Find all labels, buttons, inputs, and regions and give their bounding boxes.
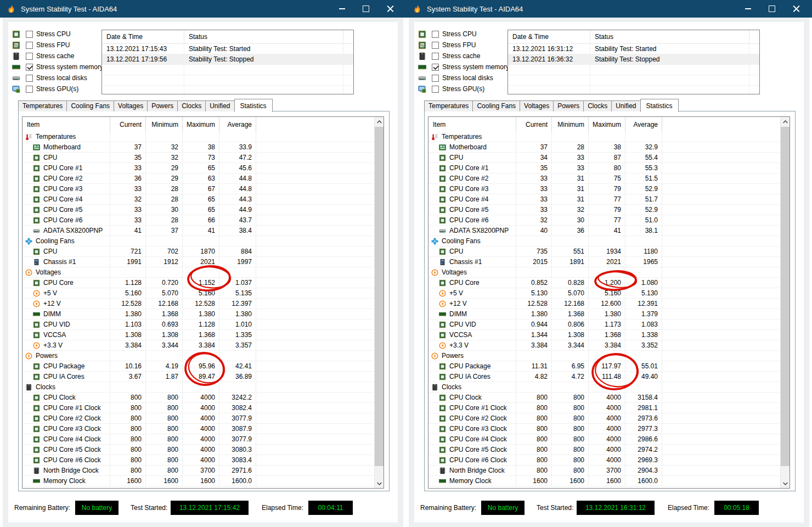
stats-group-row[interactable]: Powers	[22, 351, 374, 361]
stats-header-average[interactable]: Average	[625, 117, 662, 132]
scroll-up-button[interactable]	[375, 117, 384, 126]
stats-row[interactable]: DIMM 1.3801.3681.3801.379	[428, 309, 780, 319]
stats-row[interactable]: North Bridge Clock 80080037002904.3	[428, 466, 780, 476]
stress-option-stress-local-disks[interactable]: Stress local disks	[418, 72, 506, 83]
stats-row[interactable]: CPU Package 11.316.95117.9755.01	[428, 361, 780, 372]
close-button[interactable]	[788, 3, 804, 15]
log-header-datetime[interactable]: Date & Time	[508, 30, 590, 43]
stats-row[interactable]: CPU Core #6 Clock 80080040003083.4	[22, 455, 374, 466]
stats-group-row[interactable]: Cooling Fans	[428, 236, 780, 246]
stress-option-stress-fpu[interactable]: % Stress FPU	[418, 40, 506, 51]
minimize-button[interactable]	[334, 3, 350, 15]
stats-header-item[interactable]: Item	[428, 117, 516, 132]
log-header-status[interactable]: Status	[184, 30, 343, 43]
stats-row[interactable]: CPU Core #6 Clock 80080040002969.3	[428, 455, 780, 466]
stats-row[interactable]: Motherboard 37283832.9	[428, 142, 780, 153]
stats-row[interactable]: CPU Core #5 33327952.9	[428, 205, 780, 215]
tab-cooling-fans[interactable]: Cooling Fans	[472, 100, 520, 111]
stats-row[interactable]: CPU Core #6 32307751.0	[428, 215, 780, 226]
stats-row[interactable]: CPU Core #4 Clock 80080040003077.9	[22, 434, 374, 445]
tab-unified[interactable]: Unified	[611, 100, 640, 111]
stats-row[interactable]: North Bridge Clock 80080037002971.6	[22, 466, 374, 476]
stress-option-stress-cache[interactable]: Stress cache	[12, 51, 100, 61]
stats-row[interactable]: CPU Core #2 Clock 80080040003077.9	[22, 413, 374, 424]
minimize-button[interactable]	[740, 3, 756, 15]
stats-row[interactable]: Memory Clock 1600160016001600.0	[428, 476, 780, 486]
tab-voltages[interactable]: Voltages	[520, 100, 554, 111]
log-row[interactable]: 13.12.2021 16:36:32 Stability Test: Stop…	[508, 54, 759, 65]
tab-temperatures[interactable]: Temperatures	[18, 100, 67, 111]
stats-group-row[interactable]: Voltages	[22, 267, 374, 278]
stats-header-current[interactable]: Current	[516, 117, 552, 132]
log-row[interactable]: 13.12.2021 17:19:56 Stability Test: Stop…	[102, 54, 353, 65]
stats-row[interactable]: CPU Core #2 36296344.8	[22, 173, 374, 184]
stats-row[interactable]: CPU 35327347.2	[22, 153, 374, 163]
stress-option-stress-cpu[interactable]: Stress CPU	[12, 29, 100, 40]
stress-option-stress-cpu[interactable]: Stress CPU	[418, 29, 506, 40]
stats-group-row[interactable]: Cooling Fans	[22, 236, 374, 246]
stress-option-stress-fpu[interactable]: % Stress FPU	[12, 40, 100, 51]
vertical-scrollbar[interactable]	[780, 117, 790, 488]
stats-row[interactable]: ADATA SX8200PNP 41374138.4	[22, 226, 374, 236]
checkbox[interactable]	[432, 31, 439, 38]
stats-header-average[interactable]: Average	[219, 117, 256, 132]
stats-row[interactable]: Motherboard 37323833.9	[22, 142, 374, 153]
checkbox[interactable]	[26, 31, 33, 38]
stats-row[interactable]: CPU Core #4 32286544.3	[22, 194, 374, 205]
stats-row[interactable]: Chassis #1 2015189120211965	[428, 257, 780, 267]
stats-row[interactable]: CPU Core #1 33296545.6	[22, 163, 374, 173]
stats-row[interactable]: CPU Core #5 Clock 80080040002974.2	[428, 445, 780, 455]
stats-row[interactable]: +12 V 12.52812.16812.52812.397	[22, 299, 374, 309]
stress-option-stress-system-memory[interactable]: Stress system memory	[418, 61, 506, 72]
stats-row[interactable]: VCCSA 1.3441.3081.3681.338	[428, 330, 780, 340]
stats-row[interactable]: CPU Core #3 Clock 80080040003087.9	[22, 424, 374, 434]
stats-row[interactable]: CPU Core #4 33317751.7	[428, 194, 780, 205]
tab-unified[interactable]: Unified	[205, 100, 234, 111]
close-button[interactable]	[382, 3, 398, 15]
stats-group-row[interactable]: Temperatures	[22, 132, 374, 142]
tab-temperatures[interactable]: Temperatures	[424, 100, 473, 111]
stats-row[interactable]: CPU VID 0.9440.8061.1731.083	[428, 319, 780, 330]
stats-group-row[interactable]: Clocks	[428, 382, 780, 393]
stress-option-stress-cache[interactable]: Stress cache	[418, 51, 506, 61]
tab-clocks[interactable]: Clocks	[583, 100, 612, 111]
stress-option-stress-gpu-s[interactable]: Stress GPU(s)	[12, 83, 100, 94]
stats-row[interactable]: CPU Core #5 Clock 80080040003080.3	[22, 445, 374, 455]
checkbox[interactable]	[26, 86, 33, 93]
stats-header-minimum[interactable]: Minimum	[146, 117, 183, 132]
stats-row[interactable]: CPU VID 1.1030.6931.1281.010	[22, 319, 374, 330]
stats-row[interactable]: CPU Clock 80080040003242.2	[22, 393, 374, 403]
stats-row[interactable]: ADATA SX8200PNP 40364138.1	[428, 226, 780, 236]
scrollbar-thumb[interactable]	[781, 127, 790, 466]
stats-row[interactable]: CPU Core #1 35338055.3	[428, 163, 780, 173]
scroll-up-button[interactable]	[781, 117, 790, 126]
stats-header-maximum[interactable]: Maximum	[183, 117, 219, 132]
stats-header-maximum[interactable]: Maximum	[589, 117, 625, 132]
stats-row[interactable]: CPU Core #6 33286643.7	[22, 215, 374, 226]
stats-row[interactable]: Memory Clock 1600160016001600.0	[22, 476, 374, 486]
tab-clocks[interactable]: Clocks	[177, 100, 206, 111]
stats-row[interactable]: DIMM 1.3801.3681.3801.380	[22, 309, 374, 319]
stats-header-item[interactable]: Item	[22, 117, 110, 132]
tab-cooling-fans[interactable]: Cooling Fans	[66, 100, 114, 111]
stats-row[interactable]: Chassis #1 1991191220211997	[22, 257, 374, 267]
scroll-down-button[interactable]	[781, 479, 790, 488]
stats-row[interactable]: CPU Core #4 Clock 80080040002986.6	[428, 434, 780, 445]
stats-row[interactable]: CPU Core 1.1280.7201.1521.037	[22, 278, 374, 288]
stats-row[interactable]: CPU Core 0.8520.8281.2001.080	[428, 278, 780, 288]
tab-powers[interactable]: Powers	[553, 100, 584, 111]
stats-row[interactable]: CPU Clock 80080040003158.4	[428, 393, 780, 403]
stats-row[interactable]: CPU Core #2 Clock 80080040002973.6	[428, 413, 780, 424]
checkbox[interactable]	[26, 42, 33, 49]
stats-row[interactable]: CPU Core #3 33317952.9	[428, 184, 780, 194]
checkbox[interactable]	[432, 86, 439, 93]
checkbox[interactable]	[432, 42, 439, 49]
scrollbar-thumb[interactable]	[375, 127, 384, 466]
checkbox-checked[interactable]	[432, 64, 439, 71]
log-row[interactable]: 13.12.2021 17:15:43 Stability Test: Star…	[102, 44, 353, 54]
stats-group-row[interactable]: Voltages	[428, 267, 780, 278]
stats-group-row[interactable]: Clocks	[22, 382, 374, 393]
stats-row[interactable]: CPU Core #2 33317551.5	[428, 173, 780, 184]
stats-row[interactable]: +3.3 V 3.3843.3443.3843.357	[22, 340, 374, 351]
stats-header-current[interactable]: Current	[110, 117, 146, 132]
